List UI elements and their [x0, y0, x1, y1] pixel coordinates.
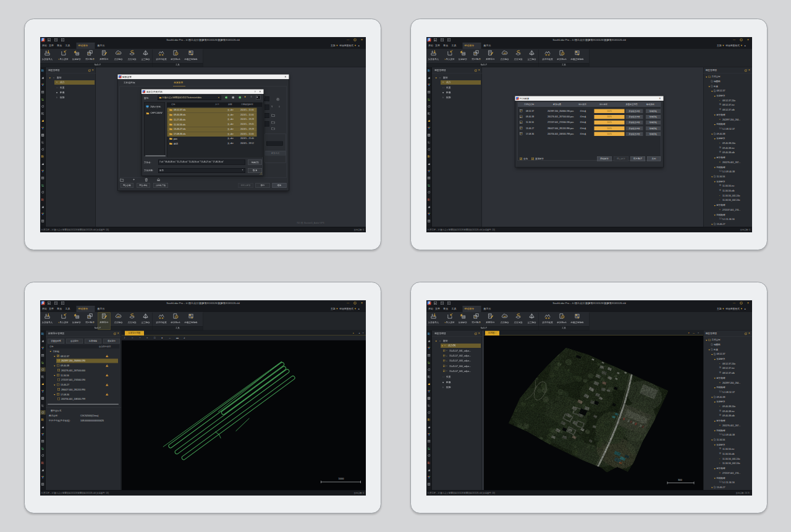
svg-text:pos: pos — [503, 52, 506, 54]
svg-text:pos: pos — [117, 52, 120, 54]
svg-text:300: 300 — [678, 478, 682, 481]
svg-text:pos: pos — [503, 315, 506, 318]
svg-text:pos: pos — [117, 315, 120, 318]
svg-text:1000: 1000 — [338, 477, 344, 480]
